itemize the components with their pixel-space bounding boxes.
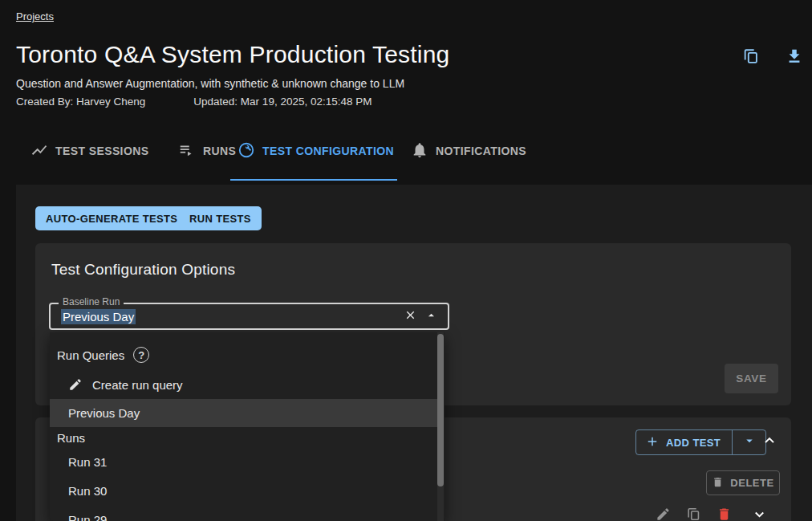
- menu-item-label: Run 29: [68, 513, 107, 521]
- tab-test-sessions[interactable]: TEST SESSIONS: [30, 140, 148, 162]
- baseline-run-dropdown-menu: Run Queries ? Create run query Previous …: [50, 332, 445, 521]
- menu-item-previous-day[interactable]: Previous Day: [50, 399, 437, 427]
- add-test-split-button: ADD TEST: [635, 429, 766, 455]
- build-circle-icon: [238, 141, 255, 161]
- card-title: Test Configuration Options: [51, 261, 235, 279]
- caret-up-icon: [424, 308, 438, 325]
- tab-label: TEST CONFIGURATION: [262, 144, 394, 157]
- menu-item-label: Run 30: [68, 484, 107, 498]
- tab-label: RUNS: [203, 144, 236, 157]
- trash-icon: [717, 507, 732, 521]
- copy-test-button[interactable]: [684, 507, 702, 521]
- caret-down-icon: [742, 433, 757, 451]
- created-by-text: Created By: Harvey Cheng: [16, 96, 145, 108]
- edit-test-button[interactable]: [654, 507, 672, 521]
- dropdown-scrollbar-thumb[interactable]: [437, 334, 444, 486]
- tab-notifications[interactable]: NOTIFICATIONS: [411, 140, 526, 162]
- delete-test-button[interactable]: [715, 507, 733, 521]
- copy-project-button[interactable]: [740, 47, 762, 69]
- menu-group-run-queries: Run Queries ?: [50, 345, 437, 364]
- menu-item-run-29[interactable]: Run 29: [50, 505, 437, 521]
- add-test-button[interactable]: ADD TEST: [636, 430, 732, 454]
- auto-generate-tests-button[interactable]: AUTO-GENERATE TESTS: [35, 206, 188, 230]
- collapse-dropdown-button[interactable]: [420, 306, 441, 327]
- project-meta: Created By: Harvey Cheng Updated: Mar 19…: [16, 96, 371, 108]
- download-project-button[interactable]: [783, 47, 806, 69]
- breadcrumb-projects-link[interactable]: Projects: [16, 10, 54, 22]
- trash-icon: [712, 476, 724, 490]
- active-tab-indicator: [230, 179, 397, 181]
- add-test-label: ADD TEST: [666, 437, 721, 449]
- page-title: Toronto Q&A System Production Testing: [16, 41, 449, 68]
- menu-item-label: Previous Day: [68, 406, 140, 420]
- delete-button[interactable]: DELETE: [706, 470, 780, 495]
- bell-icon: [411, 141, 428, 161]
- collapse-tests-button[interactable]: [760, 433, 779, 452]
- delete-label: DELETE: [730, 477, 773, 489]
- tab-test-configuration[interactable]: TEST CONFIGURATION: [238, 140, 394, 162]
- baseline-run-value[interactable]: Previous Day: [61, 309, 136, 324]
- group-label: Runs: [57, 431, 85, 445]
- pencil-icon: [68, 377, 83, 392]
- close-icon: [404, 308, 417, 325]
- tab-runs[interactable]: RUNS: [178, 140, 236, 162]
- clear-selection-button[interactable]: [400, 306, 420, 327]
- help-icon[interactable]: ?: [133, 347, 149, 363]
- baseline-run-field-label: Baseline Run: [59, 297, 124, 307]
- menu-item-run-30[interactable]: Run 30: [50, 476, 437, 505]
- copy-icon: [742, 47, 760, 68]
- tab-label: TEST SESSIONS: [55, 144, 148, 157]
- menu-group-runs: Runs: [50, 428, 437, 447]
- pencil-icon: [656, 507, 671, 521]
- app-window: Projects Toronto Q&A System Production T…: [0, 0, 812, 521]
- menu-item-create-run-query[interactable]: Create run query: [50, 370, 437, 399]
- trend-line-icon: [30, 141, 48, 161]
- menu-item-label: Create run query: [92, 378, 183, 392]
- save-button[interactable]: SAVE: [725, 364, 778, 393]
- group-label: Run Queries: [57, 348, 124, 362]
- run-tests-button[interactable]: RUN TESTS: [179, 206, 262, 230]
- menu-item-label: Run 31: [68, 455, 107, 469]
- download-icon: [786, 47, 803, 68]
- tab-label: NOTIFICATIONS: [436, 144, 526, 157]
- updated-text: Updated: Mar 19, 2025, 02:15:48 PM: [193, 96, 371, 108]
- copy-icon: [686, 507, 701, 521]
- menu-item-run-31[interactable]: Run 31: [50, 447, 437, 476]
- plus-icon: [645, 434, 660, 451]
- page-subtitle: Question and Answer Augmentation, with s…: [16, 77, 404, 90]
- run-list-icon: [178, 141, 196, 161]
- chevron-down-icon: [752, 507, 767, 521]
- chevron-up-icon: [761, 433, 777, 452]
- expand-test-row-button[interactable]: [750, 507, 768, 521]
